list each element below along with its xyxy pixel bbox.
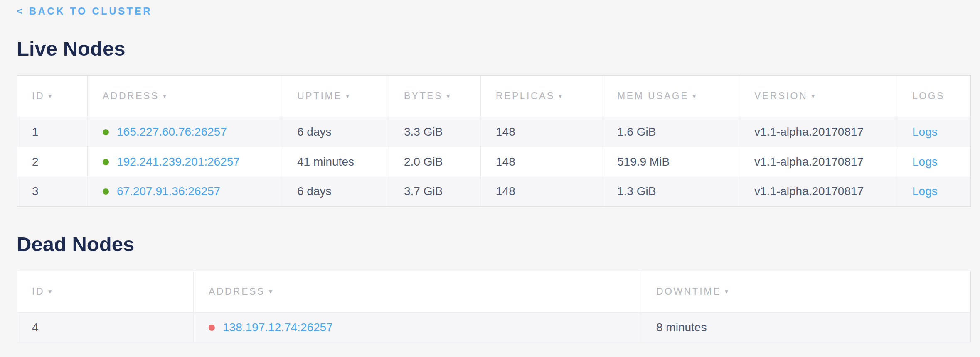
logs-link[interactable]: Logs [912,185,938,198]
sort-arrow-icon: ▾ [346,92,351,100]
sort-arrow-icon: ▾ [48,92,53,100]
cell-node-bytes: 3.3 GiB [389,117,481,147]
column-header-mem-usage[interactable]: MEM USAGE▾ [602,76,739,117]
nodes-page: < BACK TO CLUSTER Live Nodes ID▾ ADDRESS… [0,0,980,342]
column-header-address[interactable]: ADDRESS▾ [194,271,641,313]
cell-node-replicas: 148 [481,177,602,207]
cell-node-replicas: 148 [481,147,602,177]
sort-arrow-icon: ▾ [692,92,697,100]
cell-node-downtime: 8 minutes [641,313,971,342]
sort-arrow-icon: ▾ [559,92,564,100]
cell-node-bytes: 2.0 GiB [389,147,481,177]
column-header-address[interactable]: ADDRESS▾ [88,76,282,117]
sort-arrow-icon: ▾ [163,92,168,100]
cell-node-id: 1 [17,117,88,147]
cell-node-version: v1.1-alpha.20170817 [739,147,897,177]
column-header-uptime[interactable]: UPTIME▾ [282,76,389,117]
cell-node-address: 138.197.12.74:26257 [194,313,641,342]
column-header-downtime[interactable]: DOWNTIME▾ [641,271,971,313]
dead-status-icon [209,325,215,331]
table-row: 1 165.227.60.76:26257 6 days 3.3 GiB 148… [17,117,971,147]
cell-node-version: v1.1-alpha.20170817 [739,117,897,147]
node-address-link[interactable]: 138.197.12.74:26257 [223,321,333,334]
node-address-link[interactable]: 165.227.60.76:26257 [117,125,227,138]
column-header-bytes[interactable]: BYTES▾ [389,76,481,117]
cell-node-version: v1.1-alpha.20170817 [739,177,897,207]
column-header-label: UPTIME [297,90,342,101]
cell-node-id: 3 [17,177,88,207]
cell-node-uptime: 6 days [282,117,389,147]
column-header-id[interactable]: ID▾ [17,271,194,313]
live-status-icon [103,159,109,165]
cell-node-uptime: 6 days [282,177,389,207]
column-header-label: ID [32,90,44,101]
sort-arrow-icon: ▾ [725,288,730,296]
column-header-logs: LOGS [897,76,971,117]
cell-node-address: 165.227.60.76:26257 [88,117,282,147]
column-header-id[interactable]: ID▾ [17,76,88,117]
dead-nodes-table: ID▾ ADDRESS▾ DOWNTIME▾ 4 138.197.12.74:2… [17,271,971,342]
cell-node-logs: Logs [897,177,971,207]
sort-arrow-icon: ▾ [48,288,53,296]
node-address-link[interactable]: 192.241.239.201:26257 [117,155,240,168]
cell-node-id: 2 [17,147,88,177]
column-header-label: MEM USAGE [617,90,689,101]
cell-node-id: 4 [17,313,194,342]
cell-node-logs: Logs [897,147,971,177]
column-header-label: ADDRESS [209,286,265,297]
column-header-label: REPLICAS [496,90,555,101]
live-status-icon [103,188,109,195]
sort-arrow-icon: ▾ [269,288,274,296]
column-header-label: LOGS [912,90,945,101]
back-to-cluster-link[interactable]: < BACK TO CLUSTER [17,5,152,17]
live-nodes-table: ID▾ ADDRESS▾ UPTIME▾ BYTES▾ REPLICAS▾ ME… [17,75,971,207]
cell-node-mem-usage: 1.6 GiB [602,117,739,147]
cell-node-address: 192.241.239.201:26257 [88,147,282,177]
logs-link[interactable]: Logs [912,155,938,168]
live-nodes-title: Live Nodes [17,37,970,60]
dead-nodes-header-row: ID▾ ADDRESS▾ DOWNTIME▾ [17,271,971,313]
dead-nodes-title: Dead Nodes [17,232,970,256]
sort-arrow-icon: ▾ [811,92,816,100]
cell-node-bytes: 3.7 GiB [389,177,481,207]
cell-node-logs: Logs [897,117,971,147]
column-header-label: BYTES [404,90,443,101]
cell-node-address: 67.207.91.36:26257 [88,177,282,207]
cell-node-mem-usage: 519.9 MiB [602,147,739,177]
live-nodes-header-row: ID▾ ADDRESS▾ UPTIME▾ BYTES▾ REPLICAS▾ ME… [17,76,971,117]
column-header-label: VERSION [754,90,808,101]
column-header-version[interactable]: VERSION▾ [739,76,897,117]
column-header-label: ID [32,286,44,297]
live-status-icon [103,129,109,135]
column-header-label: ADDRESS [103,90,159,101]
node-address-link[interactable]: 67.207.91.36:26257 [117,185,220,198]
cell-node-uptime: 41 minutes [282,147,389,177]
column-header-replicas[interactable]: REPLICAS▾ [481,76,602,117]
sort-arrow-icon: ▾ [446,92,451,100]
cell-node-replicas: 148 [481,117,602,147]
logs-link[interactable]: Logs [912,125,938,138]
column-header-label: DOWNTIME [656,286,721,297]
table-row: 2 192.241.239.201:26257 41 minutes 2.0 G… [17,147,971,177]
cell-node-mem-usage: 1.3 GiB [602,177,739,207]
table-row: 4 138.197.12.74:26257 8 minutes [17,313,971,342]
table-row: 3 67.207.91.36:26257 6 days 3.7 GiB 148 … [17,177,971,207]
